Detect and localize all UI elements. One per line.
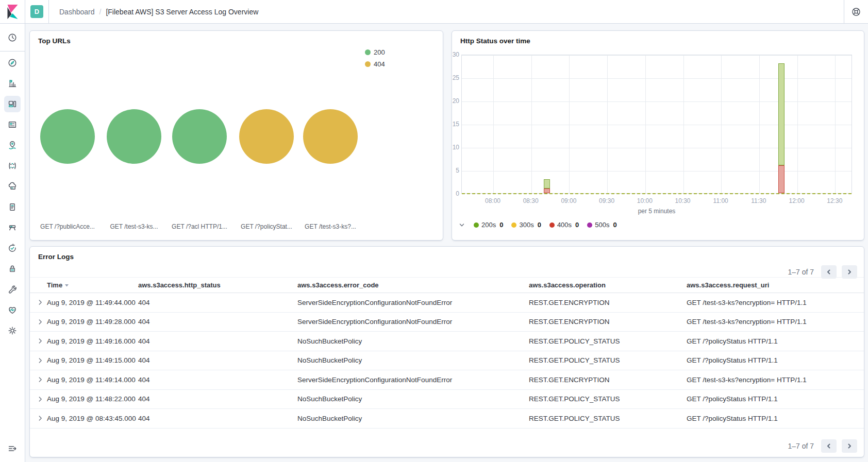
- pagination-label: 1–7 of 7: [788, 268, 814, 276]
- x-tick-label: 12:00: [781, 197, 812, 204]
- bubble-200[interactable]: [40, 109, 95, 164]
- row-expand-button[interactable]: [36, 395, 44, 403]
- zero-baseline: [462, 193, 852, 194]
- y-tick-label: 10: [452, 143, 459, 151]
- pagination-prev-button[interactable]: [821, 439, 837, 453]
- bubble-label: GET /?acl HTTP/1...: [161, 223, 238, 230]
- sidebar-item-visualize[interactable]: [4, 75, 21, 92]
- help-menu-button[interactable]: [844, 0, 868, 23]
- x-tick-label: 08:00: [477, 197, 508, 204]
- column-header-aws-s3access-operation[interactable]: aws.s3access.operation: [529, 281, 687, 289]
- cell-request-uri: GET /test-s3-ks?encryption= HTTP/1.1: [687, 318, 864, 326]
- error-logs-table: Timeaws.s3access.http_statusaws.s3access…: [30, 277, 864, 429]
- chevron-right-icon: [846, 443, 853, 449]
- logs-icon: [7, 202, 18, 212]
- x-tick-label: 09:00: [553, 197, 584, 204]
- legend-item-200[interactable]: 200: [365, 48, 385, 56]
- sidebar-item-maps[interactable]: [4, 137, 21, 153]
- kibana-logo-button[interactable]: [0, 0, 25, 23]
- sidebar-item-metrics[interactable]: [4, 219, 21, 236]
- breadcrumb-dashboard-link[interactable]: Dashboard: [59, 8, 95, 16]
- top-urls-legend: 200404: [365, 48, 385, 68]
- sidebar-item-dashboard[interactable]: [4, 96, 21, 112]
- cell-error-code: ServerSideEncryptionConfigurationNotFoun…: [297, 376, 529, 384]
- legend-label: 200: [374, 48, 385, 56]
- y-tick-label: 0: [452, 190, 459, 198]
- legend-dot: [474, 223, 479, 228]
- row-expand-button[interactable]: [36, 337, 44, 345]
- legend-item-200s[interactable]: 200s0: [474, 221, 503, 229]
- row-expand-button[interactable]: [36, 356, 44, 365]
- bubble-200[interactable]: [107, 109, 161, 164]
- legend-item-400s[interactable]: 400s0: [549, 221, 579, 229]
- sidebar-item-canvas[interactable]: [4, 116, 21, 133]
- row-expand-button[interactable]: [36, 298, 44, 306]
- y-tick-label: 5: [452, 166, 459, 175]
- row-expand-button[interactable]: [36, 318, 44, 326]
- sidebar-item-apm[interactable]: [4, 178, 21, 195]
- column-header-aws-s3access-error-code[interactable]: aws.s3access.error_code: [297, 281, 529, 289]
- column-header-time[interactable]: Time: [47, 281, 138, 289]
- machine-learning-icon: [7, 161, 18, 171]
- chevron-left-icon: [826, 269, 832, 275]
- cell-error-code: ServerSideEncryptionConfigurationNotFoun…: [297, 299, 529, 306]
- bar-segment-400s[interactable]: [544, 189, 550, 193]
- bubble-label: GET /test-s3-ks?...: [292, 223, 369, 230]
- column-header-aws-s3access-http-status[interactable]: aws.s3access.http_status: [138, 281, 297, 289]
- cell-operation: REST.GET.POLICY_STATUS: [529, 395, 687, 403]
- chevron-right-icon: [37, 337, 44, 345]
- sidebar-item-stack-monitoring[interactable]: [4, 302, 21, 318]
- bar-segment-200s[interactable]: [778, 63, 784, 165]
- bar-chart-icon: [7, 78, 18, 89]
- x-axis-label: per 5 minutes: [461, 208, 852, 215]
- top-navigation-bar: D Dashboard / [Filebeat AWS] S3 Server A…: [0, 0, 868, 24]
- x-tick-label: 09:30: [591, 197, 622, 204]
- cell-operation: REST.GET.POLICY_STATUS: [529, 337, 687, 345]
- lifebuoy-help-icon: [851, 7, 861, 17]
- panel-http-status-over-time: Http Status over time 302520151050 08:00…: [452, 30, 864, 241]
- panel-top-urls: Top URLs 200404 GET /?publicAcce...GET /…: [29, 30, 443, 241]
- clock-icon: [7, 32, 18, 43]
- bar-segment-200s[interactable]: [544, 179, 550, 189]
- gridline: [683, 55, 684, 193]
- sidebar-item-logs[interactable]: [4, 199, 21, 215]
- table-row: Aug 9, 2019 @ 11:49:14.000404ServerSideE…: [30, 370, 864, 390]
- heartbeat-icon: [7, 305, 18, 315]
- wrench-icon: [7, 284, 18, 295]
- sidebar-item-machine-learning[interactable]: [4, 158, 21, 174]
- sidebar-item-siem[interactable]: [4, 261, 21, 277]
- cell-time: Aug 9, 2019 @ 11:48:22.000: [47, 395, 138, 403]
- sidebar-item-dev-tools[interactable]: [4, 281, 21, 298]
- sidebar-item-management[interactable]: [4, 322, 21, 339]
- row-expand-button[interactable]: [36, 375, 44, 384]
- cell-operation: REST.GET.ENCRYPTION: [529, 318, 687, 326]
- cell-request-uri: GET /?policyStatus HTTP/1.1: [687, 356, 864, 364]
- bar-segment-400s[interactable]: [778, 165, 784, 193]
- cell-http-status: 404: [138, 337, 297, 345]
- sidebar-item-discover[interactable]: [4, 55, 21, 71]
- panel-error-logs: Error Logs 1–7 of 7 Timeaws.s3access.htt…: [29, 246, 864, 457]
- sidebar-collapse-toggle[interactable]: [4, 440, 21, 457]
- app-sidebar: [0, 24, 25, 462]
- legend-dot: [549, 223, 555, 228]
- bubble-200[interactable]: [172, 109, 227, 164]
- cell-request-uri: GET /?policyStatus HTTP/1.1: [687, 395, 864, 403]
- column-header-aws-s3access-request-uri[interactable]: aws.s3access.request_uri: [687, 281, 864, 289]
- x-tick-label: 11:00: [705, 197, 736, 204]
- sidebar-item-recently-viewed[interactable]: [4, 29, 21, 46]
- error-logs-table-header: Timeaws.s3access.http_statusaws.s3access…: [30, 277, 864, 293]
- dashboard-app-badge[interactable]: D: [30, 5, 43, 18]
- pagination-next-button[interactable]: [842, 439, 857, 453]
- legend-item-404[interactable]: 404: [365, 60, 385, 68]
- cell-operation: REST.GET.ENCRYPTION: [529, 376, 687, 384]
- legend-value: 0: [613, 221, 617, 229]
- bubble-404[interactable]: [303, 109, 358, 164]
- legend-item-500s[interactable]: 500s0: [587, 221, 616, 229]
- legend-item-300s[interactable]: 300s0: [511, 221, 541, 229]
- chevron-down-icon[interactable]: [458, 221, 465, 229]
- cell-error-code: ServerSideEncryptionConfigurationNotFoun…: [297, 318, 529, 326]
- bubble-404[interactable]: [239, 109, 294, 164]
- column-header-label: Time: [47, 281, 62, 289]
- row-expand-button[interactable]: [36, 414, 44, 422]
- sidebar-item-uptime[interactable]: [4, 240, 21, 256]
